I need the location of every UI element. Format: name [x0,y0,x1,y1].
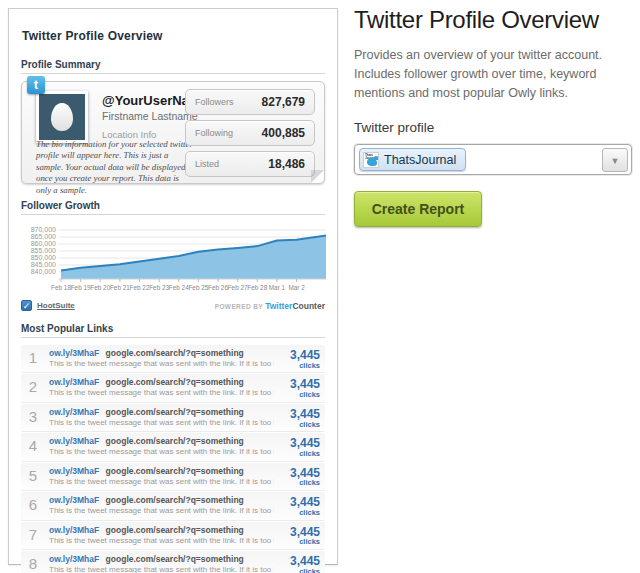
popular-links-list: 1 ow.ly/3MhaF google.com/search/?q=somet… [21,345,325,573]
link-main: ow.ly/3MhaF google.com/search/?q=somethi… [43,495,274,515]
link-line: ow.ly/3MhaF google.com/search/?q=somethi… [49,377,274,387]
page-title: Twitter Profile Overview [354,6,636,34]
short-link[interactable]: ow.ly/3MhaF [49,407,99,417]
tweet-message: This is the tweet message that was sent … [49,477,274,486]
short-link[interactable]: ow.ly/3MhaF [49,466,99,476]
link-main: ow.ly/3MhaF google.com/search/?q=somethi… [43,466,274,486]
short-link[interactable]: ow.ly/3MhaF [49,348,99,358]
svg-text:840,000: 840,000 [31,268,56,275]
clicks-block[interactable]: 3,445 clicks [274,466,320,487]
link-main: ow.ly/3MhaF google.com/search/?q=somethi… [43,377,274,397]
selected-profile-name: ThatsJournal [384,153,456,167]
svg-text:Feb 26: Feb 26 [208,284,228,291]
clicks-block[interactable]: 3,445 clicks [274,495,320,516]
svg-text:Feb 25: Feb 25 [188,284,208,291]
full-url: google.com/search/?q=something [106,554,244,564]
clicks-block[interactable]: 3,445 clicks [274,525,320,546]
config-panel: Twitter Profile Overview Provides an ove… [354,6,636,227]
link-rank: 5 [23,466,43,484]
link-line: ow.ly/3MhaF google.com/search/?q=somethi… [49,436,274,446]
powered-by-label: POWERED BY TwitterCounter [215,301,325,311]
link-main: ow.ly/3MhaF google.com/search/?q=somethi… [43,407,274,427]
short-link[interactable]: ow.ly/3MhaF [49,495,99,505]
stat-label: Following [195,128,233,138]
clicks-value: 3,445 [274,349,320,362]
link-line: ow.ly/3MhaF google.com/search/?q=somethi… [49,407,274,417]
svg-text:Feb 24: Feb 24 [169,284,189,291]
most-popular-links-heading: Most Popular Links [21,323,325,338]
clicks-label: clicks [274,479,320,487]
clicks-label: clicks [274,362,320,370]
follower-growth-chart: 870,000865,000860,000855,000850,000845,0… [21,222,327,298]
svg-text:Feb 23: Feb 23 [149,284,169,291]
report-description: Provides an overview of your twitter acc… [354,46,640,102]
profile-summary-card: t @YourUserName Firstname Lastname Locat… [21,81,325,184]
twittercounter-brand-gray: Counter [292,301,325,311]
clicks-label: clicks [274,421,320,429]
list-item: 4 ow.ly/3MhaF google.com/search/?q=somet… [21,433,325,461]
tweet-message: This is the tweet message that was sent … [49,359,274,368]
link-line: ow.ly/3MhaF google.com/search/?q=somethi… [49,525,274,535]
svg-text:Feb 28: Feb 28 [247,284,267,291]
clicks-block[interactable]: 3,445 clicks [274,377,320,398]
stat-label: Listed [195,159,219,169]
short-link[interactable]: ow.ly/3MhaF [49,377,99,387]
full-url: google.com/search/?q=something [106,407,244,417]
svg-text:Feb 20: Feb 20 [90,284,110,291]
twitter-profile-label: Twitter profile [354,120,636,135]
follower-growth-heading: Follower Growth [21,200,325,215]
report-title: Twitter Profile Overview [22,29,325,43]
svg-text:850,000: 850,000 [31,254,56,261]
twittercounter-brand-blue: Twitter [265,301,292,311]
clicks-block[interactable]: 3,445 clicks [274,407,320,428]
svg-text:Mar 2: Mar 2 [288,284,305,291]
hootsuite-checkbox[interactable]: ✓ [21,300,32,311]
egg-avatar-icon [51,103,73,131]
short-link[interactable]: ow.ly/3MhaF [49,554,99,564]
link-rank: 4 [23,436,43,454]
stat-value: 827,679 [262,95,305,109]
list-item: 1 ow.ly/3MhaF google.com/search/?q=somet… [21,345,325,373]
full-url: google.com/search/?q=something [106,466,244,476]
short-link[interactable]: ow.ly/3MhaF [49,436,99,446]
clicks-block[interactable]: 3,445 clicks [274,554,320,573]
profile-bio: The bio information for your selected tw… [36,139,196,196]
list-item: 3 ow.ly/3MhaF google.com/search/?q=somet… [21,404,325,432]
profile-avatar-icon: Thats Journal [363,152,379,168]
clicks-value: 3,445 [274,408,320,421]
profile-stats: Followers 827,679 Following 400,885 List… [185,89,315,182]
full-url: google.com/search/?q=something [106,377,244,387]
selected-profile-chip[interactable]: Thats Journal ThatsJournal [359,148,466,171]
hootsuite-link[interactable]: HootSuite [37,301,75,310]
list-item: 8 ow.ly/3MhaF google.com/search/?q=somet… [21,551,325,573]
full-url: google.com/search/?q=something [106,525,244,535]
tweet-message: This is the tweet message that was sent … [49,565,274,573]
link-line: ow.ly/3MhaF google.com/search/?q=somethi… [49,495,274,505]
page: Twitter Profile Overview Profile Summary… [0,0,640,573]
twitter-bird-icon [367,158,377,166]
clicks-label: clicks [274,391,320,399]
clicks-label: clicks [274,538,320,546]
link-rank: 7 [23,525,43,543]
chart-footer: ✓ HootSuite POWERED BY TwitterCounter [21,300,325,311]
svg-text:860,000: 860,000 [31,240,56,247]
stat-followers: Followers 827,679 [185,89,315,115]
tweet-message: This is the tweet message that was sent … [49,536,274,545]
link-line: ow.ly/3MhaF google.com/search/?q=somethi… [49,466,274,476]
twitter-profile-select[interactable]: Thats Journal ThatsJournal ▼ [354,144,632,175]
avatar [36,91,88,143]
link-rank: 6 [23,495,43,513]
short-link[interactable]: ow.ly/3MhaF [49,525,99,535]
link-line: ow.ly/3MhaF google.com/search/?q=somethi… [49,348,274,358]
clicks-label: clicks [274,450,320,458]
clicks-block[interactable]: 3,445 clicks [274,436,320,457]
tweet-message: This is the tweet message that was sent … [49,506,274,515]
clicks-block[interactable]: 3,445 clicks [274,348,320,369]
twitter-logo-icon: t [27,76,45,94]
clicks-label: clicks [274,509,320,517]
link-main: ow.ly/3MhaF google.com/search/?q=somethi… [43,525,274,545]
stat-label: Followers [195,97,234,107]
create-report-button[interactable]: Create Report [354,191,482,227]
svg-text:845,000: 845,000 [31,261,56,268]
chevron-down-icon[interactable]: ▼ [602,148,628,172]
